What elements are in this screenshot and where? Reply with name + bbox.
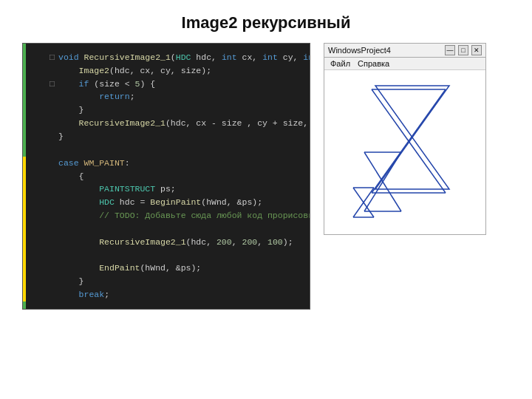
- code-line: {: [23, 170, 302, 183]
- windows-preview: WindowsProject4 — □ ✕ Файл Справка: [324, 43, 486, 235]
- win-title: WindowsProject4: [328, 46, 391, 55]
- maximize-button[interactable]: □: [458, 45, 468, 55]
- win-titlebar: WindowsProject4 — □ ✕: [324, 44, 485, 58]
- win-canvas: [324, 70, 485, 234]
- svg-line-7: [409, 141, 446, 193]
- code-panel: □ void RecursiveImage2_1(HDC hdc, int cx…: [22, 43, 310, 310]
- svg-line-10: [383, 152, 401, 182]
- code-line: □ if (size < 5) {: [23, 78, 302, 91]
- code-line: }: [23, 130, 302, 143]
- code-line: EndPaint(hWnd, &ps);: [23, 262, 302, 275]
- code-line: PAINTSTRUCT ps;: [23, 183, 302, 196]
- code-block-1: □ void RecursiveImage2_1(HDC hdc, int cx…: [23, 44, 310, 309]
- code-line: [23, 222, 302, 236]
- svg-line-3: [372, 89, 409, 141]
- content-area: □ void RecursiveImage2_1(HDC hdc, int cx…: [0, 43, 532, 310]
- code-line: [23, 248, 302, 262]
- code-line: break;: [23, 288, 302, 301]
- win-menubar: Файл Справка: [324, 58, 485, 70]
- win-controls: — □ ✕: [445, 45, 482, 55]
- close-button[interactable]: ✕: [471, 45, 482, 55]
- page-title: Image2 рекурсивный: [0, 0, 532, 43]
- svg-line-13: [383, 182, 401, 211]
- code-line: }: [23, 103, 302, 117]
- svg-line-16: [364, 188, 374, 202]
- yellow-indicator: [23, 157, 26, 301]
- svg-line-6: [372, 141, 409, 193]
- code-line: }: [23, 275, 302, 288]
- svg-line-18: [353, 202, 364, 217]
- svg-marker-1: [375, 137, 449, 189]
- svg-marker-0: [375, 86, 449, 137]
- code-line: RecursiveImage2_1(hdc, cx - size , cy + …: [23, 117, 302, 130]
- svg-line-9: [364, 152, 383, 182]
- menu-help[interactable]: Справка: [358, 59, 389, 68]
- code-line: return;: [23, 90, 302, 103]
- code-line: □ void RecursiveImage2_1(HDC hdc, int cx…: [23, 51, 302, 64]
- code-line: RecursiveImage2_1(hdc, 200, 200, 100);: [23, 236, 302, 249]
- code-line: // TODO: Добавьте сюда любой код прорисо…: [23, 209, 302, 222]
- code-line: HDC hdc = BeginPaint(hWnd, &ps);: [23, 196, 302, 209]
- code-line: case WM_PAINT:: [23, 157, 302, 170]
- svg-line-4: [409, 89, 446, 141]
- code-line: Image2(hdc, cx, cy, size);: [23, 64, 302, 78]
- minimize-button[interactable]: —: [445, 45, 455, 55]
- menu-file[interactable]: Файл: [330, 59, 350, 68]
- recursive-triangles-svg: [331, 78, 479, 226]
- svg-line-15: [353, 188, 364, 202]
